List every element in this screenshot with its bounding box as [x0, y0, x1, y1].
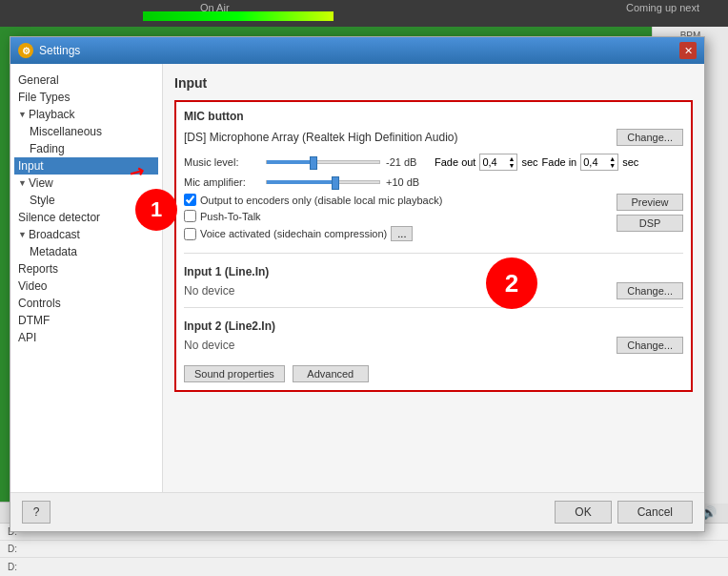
annotation-circle-2: 2 [486, 257, 537, 309]
voice-activated-checkbox[interactable] [184, 228, 196, 240]
nav-miscellaneous[interactable]: Miscellaneous [14, 123, 158, 140]
settings-dialog: ⚙ Settings ✕ General File Types ▼ Playba… [10, 36, 705, 532]
ellipsis-button[interactable]: ... [391, 226, 413, 241]
fade-out-value: 0,4 [482, 156, 496, 168]
annotation-circle-1: 1 [135, 189, 177, 231]
close-button[interactable]: ✕ [679, 42, 697, 59]
input-section: MIC button [DS] Microphone Array (Realte… [174, 100, 693, 392]
nav-tree: General File Types ▼ Playback Miscellane… [10, 64, 163, 492]
fade-in-down[interactable]: ▼ [609, 162, 616, 169]
push-to-talk-label: Push-To-Talk [200, 211, 261, 222]
fade-out-up[interactable]: ▲ [508, 155, 515, 162]
input2-device-row: No device Change... [184, 337, 683, 354]
device-row: [DS] Microphone Array (Realtek High Defi… [184, 129, 683, 146]
input1-change-button[interactable]: Change... [617, 282, 683, 299]
output-encoders-row: Output to encoders only (disable local m… [184, 194, 442, 206]
fade-out-down[interactable]: ▼ [508, 162, 515, 169]
nav-file-types[interactable]: File Types [14, 89, 158, 106]
options-row: Output to encoders only (disable local m… [184, 194, 683, 245]
input2-label: Input 2 (Line2.In) [184, 319, 275, 333]
d-label-2: D: [8, 544, 17, 554]
output-encoders-label: Output to encoders only (disable local m… [200, 195, 442, 206]
d-label-3: D: [8, 562, 17, 572]
input1-device-row: No device Change... [184, 282, 683, 299]
playback-toggle: ▼ [18, 110, 27, 119]
bottom-buttons: Sound properties Advanced [184, 365, 683, 382]
input1-label: Input 1 (Line.In) [184, 265, 269, 278]
fade-out-controls: Fade out 0,4 ▲ ▼ sec Fade in [435, 154, 638, 171]
music-level-slider[interactable] [266, 160, 380, 164]
mic-amplifier-row: Mic amplifier: +10 dB [184, 176, 683, 188]
dialog-body: General File Types ▼ Playback Miscellane… [10, 64, 704, 492]
push-to-talk-checkbox[interactable] [184, 210, 196, 222]
fade-in-up[interactable]: ▲ [609, 155, 616, 162]
input2-change-button[interactable]: Change... [617, 337, 683, 354]
nav-controls[interactable]: Controls [14, 295, 158, 312]
mic-change-button[interactable]: Change... [617, 129, 683, 146]
dialog-title: ⚙ Settings [18, 43, 80, 58]
dialog-title-text: Settings [39, 44, 80, 57]
mic-amplifier-slider[interactable] [266, 180, 380, 184]
mic-device-name: [DS] Microphone Array (Realtek High Defi… [184, 131, 457, 144]
fade-in-spinbox[interactable]: 0,4 ▲ ▼ [580, 154, 618, 171]
nav-general[interactable]: General [14, 72, 158, 89]
sound-properties-button[interactable]: Sound properties [184, 365, 285, 382]
view-toggle: ▼ [18, 178, 27, 188]
advanced-button[interactable]: Advanced [293, 365, 369, 382]
mic-button-label: MIC button [184, 110, 683, 123]
input1-row: Input 1 (Line.In) [184, 261, 683, 282]
settings-icon: ⚙ [18, 43, 33, 58]
mic-slider-thumb [332, 176, 339, 190]
output-encoders-checkbox[interactable] [184, 194, 196, 206]
footer-left: ? [22, 501, 51, 524]
input1-device: No device [184, 282, 234, 299]
top-bar: On Air Coming up next [0, 0, 728, 27]
section-title: Input [174, 75, 693, 91]
coming-up-label: Coming up next [626, 2, 699, 13]
mic-slider-fill [267, 180, 334, 184]
broadcast-label: Broadcast [29, 228, 80, 241]
fade-out-label: Fade out [435, 156, 475, 168]
preview-dsp-col: Preview DSP [617, 194, 683, 232]
nav-metadata[interactable]: Metadata [14, 243, 158, 260]
nav-fading[interactable]: Fading [14, 140, 158, 157]
dialog-footer: ? OK Cancel [10, 492, 704, 531]
music-level-label: Music level: [184, 156, 260, 168]
push-to-talk-row: Push-To-Talk [184, 210, 442, 222]
fade-in-arrows[interactable]: ▲ ▼ [609, 155, 616, 169]
dsp-button[interactable]: DSP [617, 215, 683, 232]
fade-out-spinbox[interactable]: 0,4 ▲ ▼ [479, 154, 517, 171]
fade-in-sec: sec [622, 156, 638, 168]
fade-in-value: 0,4 [583, 156, 597, 168]
divider-2 [184, 307, 683, 308]
fade-out-arrows[interactable]: ▲ ▼ [508, 155, 515, 169]
fade-out-sec: sec [521, 156, 537, 168]
divider-1 [184, 253, 683, 254]
playback-label: Playback [29, 108, 75, 121]
mic-amplifier-value: +10 dB [386, 176, 429, 188]
content-area: Input MIC button [DS] Microphone Array (… [163, 64, 704, 492]
voice-activated-label: Voice activated (sidechain compression) [200, 228, 387, 239]
input2-device: No device [184, 337, 234, 354]
music-slider-thumb [310, 156, 317, 170]
dialog-titlebar: ⚙ Settings ✕ [10, 37, 704, 64]
options-col: Output to encoders only (disable local m… [184, 194, 442, 245]
nav-api[interactable]: API [14, 329, 158, 346]
cancel-button[interactable]: Cancel [617, 501, 693, 524]
on-air-indicator [143, 11, 334, 21]
ok-button[interactable]: OK [555, 501, 611, 524]
music-level-value: -21 dB [386, 156, 429, 168]
nav-dtmf[interactable]: DTMF [14, 312, 158, 329]
footer-right: OK Cancel [555, 501, 693, 524]
preview-button[interactable]: Preview [617, 194, 683, 211]
voice-activated-row: Voice activated (sidechain compression) … [184, 226, 442, 241]
mic-amplifier-label: Mic amplifier: [184, 176, 260, 188]
nav-broadcast[interactable]: ▼ Broadcast [14, 226, 158, 243]
nav-video[interactable]: Video [14, 278, 158, 295]
dialog-overlay: ⚙ Settings ✕ General File Types ▼ Playba… [0, 27, 728, 504]
broadcast-toggle: ▼ [18, 230, 27, 239]
nav-reports[interactable]: Reports [14, 260, 158, 278]
help-button[interactable]: ? [22, 501, 51, 524]
input2-row: Input 2 (Line2.In) [184, 316, 683, 337]
nav-playback[interactable]: ▼ Playback [14, 106, 158, 123]
